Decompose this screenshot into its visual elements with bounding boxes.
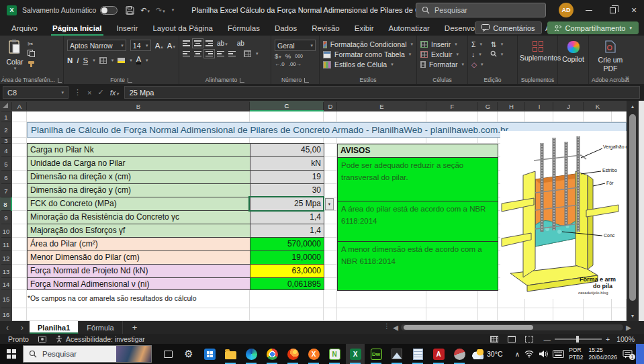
new-sheet-button[interactable]: + — [123, 322, 147, 332]
row-header-15[interactable]: 15 — [0, 290, 12, 308]
show-desktop-strip[interactable] — [636, 344, 644, 364]
font-name-select[interactable]: Aptos Narrow▾ — [67, 40, 126, 51]
zoom-slider-thumb[interactable] — [576, 336, 579, 343]
addins-button[interactable]: Suplementos — [520, 41, 555, 62]
delete-cells-button[interactable]: Excluir▾ — [420, 50, 464, 58]
minimize-button[interactable] — [579, 0, 599, 20]
taskbar-edge-icon[interactable] — [242, 344, 261, 364]
start-button[interactable] — [0, 344, 23, 364]
avisos-header-cell[interactable]: AVISOS — [337, 144, 498, 158]
decrease-decimal-icon[interactable]: .00→ — [289, 61, 302, 67]
paste-button[interactable]: Colar ▾ — [2, 38, 28, 71]
comments-button[interactable]: Comentários — [475, 21, 541, 34]
italic-button[interactable]: I — [77, 56, 79, 64]
column-header-H[interactable]: H — [498, 101, 525, 111]
taskbar-settings-icon[interactable]: ⚙ — [179, 344, 198, 364]
cell-B10[interactable]: Majoração dos Esforços γf — [27, 224, 250, 238]
row-header-2[interactable]: 2 — [0, 122, 12, 138]
taskbar-search-box[interactable]: Pesquisar — [23, 345, 152, 363]
taskbar-chrome-icon[interactable] — [263, 344, 281, 364]
taskbar-notepad-icon[interactable] — [408, 344, 427, 364]
language-indicator[interactable]: PORPTB2 — [569, 347, 583, 361]
enter-icon[interactable]: ✓ — [97, 88, 103, 97]
row-header-11[interactable]: 11 — [0, 238, 12, 251]
column-header-J[interactable]: J — [553, 101, 584, 111]
notification-center-icon[interactable]: 1 — [623, 349, 633, 359]
clear-icon[interactable]: ◇ — [471, 60, 477, 69]
column-header-K[interactable]: K — [584, 101, 612, 111]
create-pdf-button[interactable]: Crie um PDF — [591, 38, 630, 73]
taskbar-notepadpp-icon[interactable]: N — [325, 344, 344, 364]
row-header-12[interactable]: 12 — [0, 251, 12, 265]
increase-indent-icon[interactable] — [228, 51, 236, 57]
format-painter-icon[interactable] — [28, 60, 35, 69]
decrease-indent-icon[interactable] — [217, 51, 224, 57]
ribbon-tab-arquivo[interactable]: Arquivo — [4, 20, 45, 36]
scroll-left-icon[interactable]: ◂ — [393, 321, 398, 334]
sort-filter-icon[interactable]: ⇅ — [491, 40, 497, 48]
avisos-box[interactable]: Pode ser adequado reduzir a seção transv… — [337, 157, 498, 291]
name-box[interactable]: C8▾ — [3, 86, 68, 99]
increase-decimal-icon[interactable]: ←.0 — [275, 61, 285, 67]
number-format-select[interactable]: Geral▾ — [275, 40, 316, 51]
column-header-A[interactable]: A — [12, 101, 27, 111]
cell-C5[interactable]: kN — [250, 156, 324, 171]
cell-B13[interactable]: Força Normal de Projeto Nd (kN) — [27, 264, 250, 278]
conditional-formatting-button[interactable]: Formatação Condicional▾ — [323, 40, 413, 48]
cell-B4[interactable]: Carga no Pilar Nk — [27, 143, 250, 157]
touch-keyboard-icon[interactable] — [553, 350, 564, 358]
undo-icon[interactable]: ↶▾ — [140, 6, 150, 15]
copilot-button[interactable]: Copilot — [560, 41, 586, 63]
format-cells-button[interactable]: Formatar▾ — [420, 60, 464, 69]
dialog-launcher-icon[interactable] — [128, 78, 132, 83]
zoom-out-icon[interactable]: — — [544, 335, 551, 343]
wifi-icon[interactable] — [524, 350, 534, 358]
cell-B5[interactable]: Unidade da Carga no Pilar — [27, 156, 250, 171]
cell-B8[interactable]: FCK do Concreto (MPa) — [27, 197, 250, 211]
row-header-7[interactable]: 7 — [0, 184, 12, 197]
sheet-nav-right-icon[interactable]: › — [15, 323, 30, 332]
shrink-font-icon[interactable]: A▾ — [167, 42, 175, 50]
align-middle-icon[interactable] — [194, 40, 201, 46]
page-layout-view-icon[interactable] — [508, 336, 516, 343]
row-header-8[interactable]: 8 — [0, 197, 12, 211]
scrollbar-grab-icon[interactable]: ⋮ — [383, 322, 390, 330]
clock[interactable]: 15:2520/04/2026 — [588, 347, 617, 361]
column-header-B[interactable]: B — [27, 101, 250, 111]
insert-cells-button[interactable]: Inserir▾ — [420, 40, 464, 48]
cell-C11[interactable]: 570,0000 — [250, 237, 324, 251]
share-button[interactable]: Compartilhamento ▾ — [547, 21, 639, 34]
taskbar-media-player-icon[interactable] — [450, 344, 469, 364]
cell-C8[interactable]: 25 Mpa — [250, 197, 324, 211]
cell-B6[interactable]: Dimensão na direção x (cm) — [27, 170, 250, 184]
column-header-C[interactable]: C — [250, 101, 324, 111]
cell-C7[interactable]: 30 — [250, 183, 324, 197]
row-header-5[interactable]: 5 — [0, 157, 12, 171]
horizontal-scroll-track[interactable] — [401, 324, 623, 330]
cell-styles-button[interactable]: Estilos de Célula▾ — [323, 60, 413, 69]
dialog-launcher-icon[interactable] — [304, 78, 309, 83]
scroll-down-icon[interactable]: ▾ — [627, 310, 639, 321]
redo-icon[interactable]: ↷▾ — [156, 6, 165, 15]
cell-C12[interactable]: 19,0000 — [250, 251, 324, 265]
taskbar-file-explorer-icon[interactable] — [221, 344, 240, 364]
column-header-I[interactable]: I — [525, 101, 553, 111]
taskbar-task-view-icon[interactable] — [158, 344, 177, 364]
qat-customize-icon[interactable]: ▾ — [172, 7, 175, 13]
volume-icon[interactable] — [539, 350, 548, 358]
currency-icon[interactable]: $▾ — [275, 52, 281, 60]
row-header-4[interactable]: 4 — [0, 144, 12, 157]
close-button[interactable]: × — [624, 0, 644, 20]
vertical-scrollbar[interactable]: ▴ ▾ — [627, 101, 639, 321]
dialog-launcher-icon[interactable] — [240, 78, 244, 83]
copy-icon[interactable] — [28, 50, 35, 58]
merge-center-icon[interactable] — [244, 50, 251, 57]
sheet-nav-left-icon[interactable]: ‹ — [0, 323, 15, 332]
fill-color-icon[interactable] — [118, 58, 125, 63]
autosave-control[interactable]: Salvamento Automático — [22, 6, 118, 15]
cell-B7[interactable]: Dimensão na direção y (cm) — [27, 183, 250, 197]
cell-C6[interactable]: 19 — [250, 170, 324, 184]
cell-C13[interactable]: 63,0000 — [250, 264, 324, 278]
bold-button[interactable]: N — [67, 56, 73, 64]
ribbon-tab-layout-da-p-gina[interactable]: Layout da Página — [145, 20, 220, 36]
